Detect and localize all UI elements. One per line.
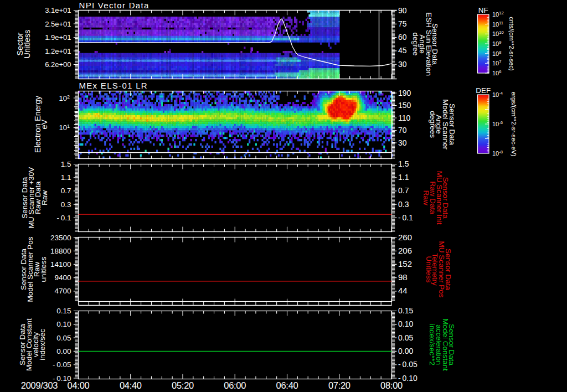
- svg-text:0.05: 0.05: [56, 334, 71, 342]
- svg-text:98: 98: [398, 272, 408, 282]
- svg-text:44: 44: [398, 286, 408, 295]
- svg-text:1.1: 1.1: [398, 173, 409, 182]
- svg-text:index/sec**2: index/sec**2: [428, 324, 436, 365]
- svg-text:45: 45: [398, 46, 407, 55]
- svg-text:0.10: 0.10: [56, 320, 71, 328]
- svg-text:0.00: 0.00: [56, 347, 71, 355]
- svg-text:190: 190: [398, 89, 411, 97]
- svg-text:eV: eV: [40, 119, 49, 129]
- svg-text:0.15: 0.15: [398, 306, 413, 315]
- svg-text:08:00: 08:00: [380, 380, 403, 390]
- svg-text:NF: NF: [478, 6, 488, 14]
- svg-text:NPI Vector Data: NPI Vector Data: [79, 1, 150, 10]
- svg-text:6.2e+00: 6.2e+00: [45, 60, 71, 69]
- svg-text:150: 150: [398, 101, 411, 110]
- svg-text:75: 75: [398, 19, 407, 28]
- svg-text:152: 152: [398, 259, 412, 269]
- svg-text:- 0.05: - 0.05: [53, 360, 71, 369]
- svg-text:1.2e+01: 1.2e+01: [45, 47, 71, 55]
- svg-text:05:20: 05:20: [172, 380, 194, 390]
- svg-text:1.9e+01: 1.9e+01: [45, 33, 71, 42]
- svg-text:9400: 9400: [54, 274, 71, 282]
- svg-text:06:40: 06:40: [276, 380, 298, 390]
- svg-text:2.5e+01: 2.5e+01: [45, 20, 71, 28]
- svg-text:0.7: 0.7: [61, 187, 71, 195]
- svg-text:Unitless: Unitless: [425, 256, 433, 282]
- svg-text:0.3: 0.3: [398, 200, 409, 209]
- svg-text:04:40: 04:40: [120, 380, 142, 390]
- svg-text:MEx ELS-01 LR: MEx ELS-01 LR: [79, 81, 148, 90]
- svg-text:degree: degree: [411, 33, 420, 56]
- svg-text:30: 30: [398, 138, 407, 147]
- svg-text:04:00: 04:00: [68, 380, 90, 390]
- svg-text:0.00: 0.00: [398, 347, 413, 355]
- svg-text:Raw: Raw: [422, 190, 430, 205]
- svg-text:06:00: 06:00: [224, 380, 246, 390]
- svg-text:18800: 18800: [50, 247, 71, 255]
- svg-text:90: 90: [398, 6, 407, 15]
- svg-text:1.1: 1.1: [61, 173, 71, 182]
- svg-text:DEF: DEF: [476, 86, 491, 95]
- svg-text:1.5: 1.5: [398, 159, 409, 168]
- svg-text:0.3: 0.3: [61, 200, 71, 209]
- svg-text:Raw: Raw: [40, 190, 49, 205]
- svg-text:- 0.05: - 0.05: [398, 360, 417, 369]
- svg-text:206: 206: [398, 246, 412, 255]
- svg-text:110: 110: [398, 114, 411, 122]
- svg-text:cnts/(cm**2-sr-sec): cnts/(cm**2-sr-sec): [508, 17, 515, 71]
- svg-text:1.5: 1.5: [61, 160, 71, 168]
- svg-text:260: 260: [398, 233, 412, 242]
- svg-text:30: 30: [398, 60, 407, 69]
- svg-text:4700: 4700: [54, 287, 71, 295]
- svg-text:ergs/(cm**2-sr-sec-eV): ergs/(cm**2-sr-sec-eV): [511, 92, 517, 157]
- svg-text:index/sec: index/sec: [38, 329, 47, 360]
- svg-text:0.15: 0.15: [56, 307, 71, 315]
- svg-text:3.1e+01: 3.1e+01: [45, 6, 71, 14]
- svg-text:0.7: 0.7: [398, 186, 409, 195]
- svg-text:60: 60: [398, 33, 407, 42]
- svg-text:0.05: 0.05: [398, 333, 413, 342]
- svg-text:- 0.1: - 0.1: [398, 213, 413, 222]
- svg-text:70: 70: [398, 126, 407, 135]
- svg-text:unitless: unitless: [39, 256, 48, 282]
- svg-text:Unitless: Unitless: [23, 30, 32, 59]
- svg-text:14100: 14100: [50, 260, 71, 269]
- svg-text:23500: 23500: [50, 234, 71, 242]
- svg-text:07:20: 07:20: [328, 380, 350, 390]
- svg-text:0.10: 0.10: [398, 319, 413, 328]
- svg-text:- 0.1: - 0.1: [57, 214, 71, 222]
- svg-text:degrees: degrees: [429, 111, 437, 138]
- svg-text:2009/303: 2009/303: [21, 380, 58, 390]
